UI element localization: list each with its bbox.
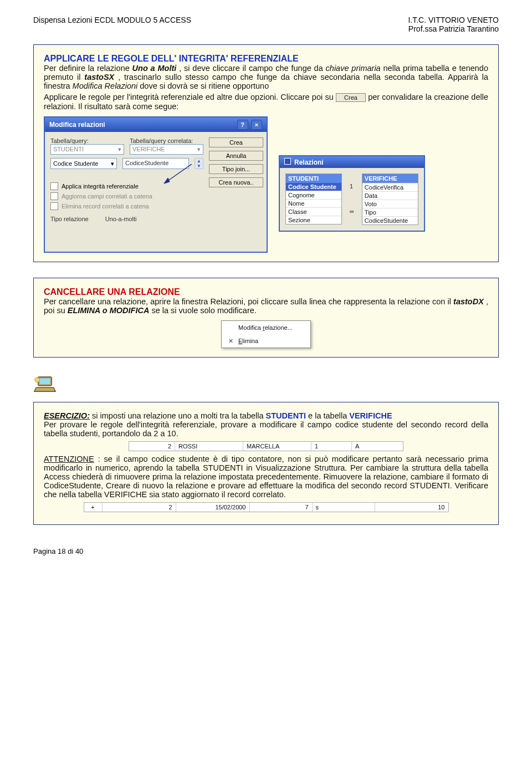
creanuova-button[interactable]: Crea nuova..	[209, 177, 263, 187]
text: e la tabella	[308, 411, 349, 420]
table-row[interactable]: CodiceStudente	[362, 216, 418, 224]
context-menu: Modifica relazione... ✕ Elimina	[221, 320, 311, 348]
section1-title: APPLICARE LE REGOLE DELL' INTEGRITA' REF…	[44, 54, 488, 64]
text-emph: tastoDX	[453, 297, 484, 306]
value-tipo: Uno-a-molti	[105, 216, 137, 222]
chevron-down-icon: ▾	[197, 146, 201, 153]
edit-icon	[226, 323, 235, 332]
menu-modifica[interactable]: Modifica relazione...	[222, 321, 310, 334]
menu-elimina[interactable]: ✕ Elimina	[222, 334, 310, 348]
text-emph: Uno a Molti	[132, 64, 177, 73]
related-value: VERIFICHE	[132, 146, 165, 153]
crea-button[interactable]: Crea	[209, 137, 263, 147]
table-studenti[interactable]: STUDENTI Codice Studente Cognome Nome Cl…	[285, 173, 342, 224]
table-header: VERIFICHE	[362, 174, 418, 183]
cell: ROSSI	[175, 442, 243, 451]
table-row[interactable]: Tipo	[362, 208, 418, 216]
header-right-2: Prof.ssa Patrizia Tarantino	[408, 24, 499, 33]
cell: 2	[103, 503, 176, 512]
label-esercizio: ESERCIZIO:	[44, 411, 90, 420]
table-verifiche[interactable]: VERIFICHE CodiceVerifica Data Voto Tipo …	[362, 173, 418, 225]
table-row[interactable]: Codice Studente	[286, 183, 341, 191]
cell: 15/02/2000	[176, 503, 250, 512]
cardinality-many: ∞	[350, 208, 354, 215]
section2-title: CANCELLARE UNA RELAZIONE	[44, 287, 488, 297]
text: , si deve cliccare il campo che funge da	[179, 64, 325, 73]
text: Applicare le regole per l'integrità refe…	[44, 93, 336, 101]
relwin-title: Relazioni	[294, 159, 324, 166]
label-table: Tabella/query:	[50, 137, 124, 144]
svg-rect-3	[39, 379, 50, 385]
annulla-button[interactable]: Annulla	[209, 151, 263, 161]
relazioni-window: Relazioni STUDENTI Codice Studente Cogno…	[279, 155, 425, 232]
cell: 7	[250, 503, 313, 512]
page-header: Dispensa Lezioni ECDL MODULO 5 ACCESS I.…	[33, 16, 499, 33]
svg-marker-1	[164, 178, 170, 183]
table-row[interactable]: Cognome	[286, 191, 341, 199]
text: : se il campo codice studente è di tipo …	[44, 455, 488, 499]
chk-elimina: Elimina record correlati a catena	[50, 202, 203, 210]
table-row[interactable]: Nome	[286, 199, 341, 207]
table-row[interactable]: Sezione	[286, 216, 341, 224]
table-value: STUDENTI	[53, 146, 84, 153]
cell: s	[313, 503, 375, 512]
table-row[interactable]: CodiceVerifica	[362, 183, 418, 191]
section-cancellare: CANCELLARE UNA RELAZIONE Per cancellare …	[33, 278, 499, 358]
text-emph: tastoSX	[84, 73, 114, 81]
crea-inline-button[interactable]: Crea	[336, 93, 366, 102]
table-row[interactable]: Voto	[362, 200, 418, 208]
cardinality-one: 1	[350, 183, 354, 190]
table-row[interactable]: Data	[362, 191, 418, 200]
section-esercizio: ESERCIZIO: si imposti una relazione uno …	[33, 402, 499, 525]
chk-aggiorna: Aggiorna campi correlati a catena	[50, 192, 203, 200]
cell: MARCELLA	[243, 442, 311, 451]
dialog-title: Modifica relazioni	[49, 121, 105, 129]
label-attenzione: ATTENZIONE	[44, 455, 94, 463]
label-related: Tabella/query correlata:	[130, 137, 203, 144]
chevron-down-icon: ▾	[118, 146, 121, 153]
combo-value: Codice Studente	[53, 160, 98, 167]
section-integrita: APPLICARE LE REGOLE DELL' INTEGRITA' REF…	[33, 44, 499, 262]
text-emph: chiave primaria	[326, 64, 381, 73]
menu-label: Modifica relazione...	[238, 324, 293, 331]
text: Per provare le regole dell'integrità ref…	[44, 420, 488, 438]
cell: 2	[129, 442, 175, 451]
text-emph: ELIMINA o MODIFICA	[68, 306, 150, 315]
modifica-relazioni-dialog: Modifica relazioni ? × Tabella/query: ST…	[44, 116, 268, 253]
text: si imposti una relazione uno a molti tra…	[92, 411, 266, 420]
delete-icon: ✕	[226, 336, 235, 345]
text: dove si dovrà se si ritiene opportuno	[140, 81, 269, 90]
help-icon[interactable]: ?	[237, 120, 248, 130]
text: Per definire la relazione	[44, 64, 132, 73]
combo-field-1[interactable]: Codice Studente ▾	[50, 158, 117, 169]
cell: 1	[311, 442, 352, 451]
text-emph: Modifica Relazioni	[73, 81, 138, 90]
cell: 10	[375, 503, 448, 512]
header-left: Dispensa Lezioni ECDL MODULO 5 ACCESS	[33, 16, 191, 33]
tipojoin-button[interactable]: Tipo join...	[209, 164, 263, 174]
table-header: STUDENTI	[286, 174, 341, 183]
text: Per cancellare una relazione, aprire la …	[44, 297, 453, 306]
text-blue: VERIFICHE	[349, 411, 392, 420]
table-row[interactable]: Classe	[286, 207, 341, 216]
arrow-icon	[161, 164, 195, 186]
label-tipo: Tipo relazione	[50, 216, 89, 222]
close-icon[interactable]: ×	[251, 120, 262, 130]
text: se la si vuole solo modificare.	[151, 306, 256, 315]
data-row-studenti: 2 ROSSI MARCELLA 1 A	[129, 441, 403, 451]
text-blue: STUDENTI	[266, 411, 306, 420]
chevron-down-icon: ▾	[111, 160, 114, 167]
svg-point-4	[35, 377, 40, 382]
scroll-down-icon[interactable]: ▼	[197, 164, 201, 169]
expand-icon[interactable]: +	[84, 503, 103, 512]
page-footer: Pagina 18 di 40	[33, 547, 499, 555]
laptop-icon	[33, 373, 57, 396]
cell: A	[352, 442, 403, 451]
header-right-1: I.T.C. VITTORIO VENETO	[408, 16, 499, 24]
data-row-verifiche: + 2 15/02/2000 7 s 10	[84, 502, 449, 512]
scroll-up-icon[interactable]: ▲	[197, 159, 201, 164]
